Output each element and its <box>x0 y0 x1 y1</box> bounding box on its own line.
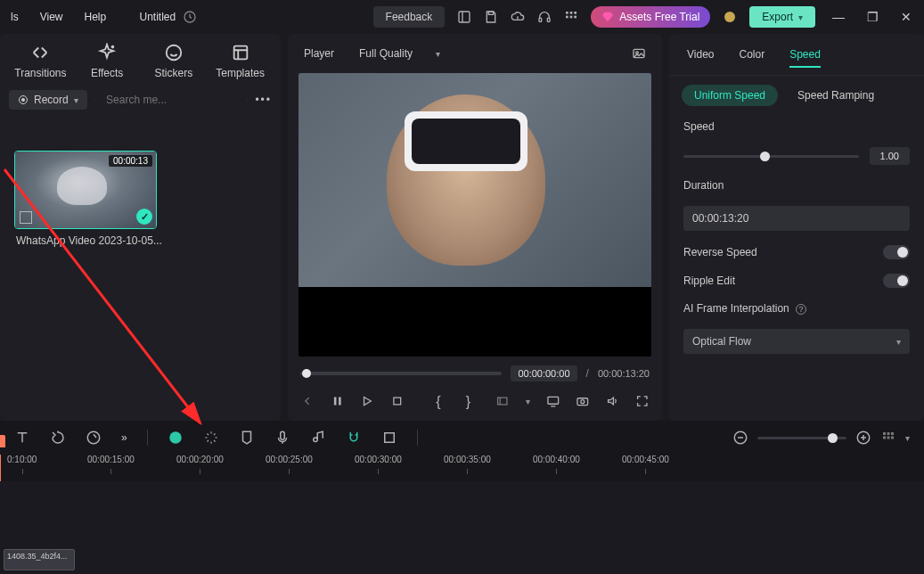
media-clip[interactable]: 00:00:13 ✓ <box>14 151 157 229</box>
ripple-toggle[interactable] <box>883 274 910 288</box>
tab-speed[interactable]: Speed <box>789 48 821 68</box>
timeline-track[interactable]: 1408.35_4b2f4... <box>0 481 924 574</box>
search-input[interactable] <box>102 94 240 106</box>
more-tools-icon[interactable]: » <box>121 431 127 444</box>
zoom-out-icon[interactable] <box>732 430 748 446</box>
export-button[interactable]: Export ▾ <box>749 6 815 28</box>
play-icon[interactable] <box>360 394 374 408</box>
history-icon[interactable] <box>183 10 197 24</box>
feedback-button[interactable]: Feedback <box>373 6 446 28</box>
frame-icon <box>20 211 32 224</box>
time-separator: / <box>586 367 589 380</box>
window-maximize[interactable]: ❐ <box>862 10 883 24</box>
ruler-tick: 00:00:20:00 <box>176 455 224 464</box>
svg-point-26 <box>169 431 182 444</box>
music-tool-icon[interactable] <box>310 430 326 446</box>
chevron-down-icon[interactable]: ▾ <box>905 433 910 443</box>
grid-view-icon[interactable] <box>880 430 896 446</box>
timeline-clip[interactable]: 1408.35_4b2f4... <box>4 549 75 570</box>
subtab-uniform-speed[interactable]: Uniform Speed <box>682 85 778 106</box>
ai-tool-icon[interactable] <box>168 430 184 446</box>
speed-tool-icon[interactable] <box>86 430 102 446</box>
ruler-tick: 00:00:40:00 <box>533 455 580 464</box>
svg-rect-20 <box>394 398 401 405</box>
tool-tabs: Transitions Effects Stickers Templates <box>0 34 281 85</box>
ratio-icon[interactable] <box>495 394 510 408</box>
tab-effects[interactable]: Effects <box>78 43 135 79</box>
quality-value: Full Quality <box>359 47 413 60</box>
svg-rect-2 <box>489 12 494 14</box>
record-button[interactable]: Record ▾ <box>9 90 87 110</box>
player-panel: Player Full Quality ▾ 00:00:00:00 / 00:0… <box>288 34 662 421</box>
slider-knob[interactable] <box>760 152 770 161</box>
svg-rect-14 <box>233 46 247 60</box>
fullscreen-icon[interactable] <box>635 394 650 408</box>
speed-value[interactable]: 1.00 <box>870 147 910 165</box>
mark-out-icon[interactable]: } <box>466 394 480 408</box>
effects-icon <box>97 43 117 62</box>
tab-color[interactable]: Color <box>739 48 765 68</box>
duration-input[interactable]: 00:00:13:20 <box>683 206 910 231</box>
filter-icon[interactable] <box>247 94 248 106</box>
tab-transitions[interactable]: Transitions <box>12 43 69 79</box>
tab-stickers[interactable]: Stickers <box>145 43 202 79</box>
left-panel: Transitions Effects Stickers Templates R… <box>0 34 281 421</box>
titlebar: ls View Help Untitled Feedback Assets Fr… <box>0 0 924 34</box>
assets-trial-button[interactable]: Assets Free Trial <box>591 6 710 28</box>
search-icon[interactable] <box>94 94 95 106</box>
ruler-tick: 00:00:30:00 <box>355 455 402 464</box>
magnet-tool-icon[interactable] <box>346 430 362 446</box>
subtab-speed-ramping[interactable]: Speed Ramping <box>794 85 878 106</box>
player-controls: { } ▾ <box>288 387 662 421</box>
window-minimize[interactable]: — <box>828 10 849 24</box>
svg-rect-6 <box>570 12 573 14</box>
svg-point-16 <box>21 98 25 102</box>
timeline: » ▾ 0:10:00 00:00:15:00 00:00:20:00 00:0… <box>0 421 924 574</box>
text-tool-icon[interactable] <box>14 430 30 446</box>
grid-icon[interactable] <box>564 10 578 24</box>
mark-in-icon[interactable]: { <box>436 394 450 408</box>
chevron-down-icon[interactable]: ▾ <box>526 397 530 406</box>
playhead[interactable] <box>0 455 1 481</box>
marker-tool-icon[interactable] <box>239 430 255 446</box>
volume-icon[interactable] <box>606 394 620 408</box>
video-viewport[interactable] <box>298 73 651 357</box>
reverse-toggle[interactable] <box>883 245 910 259</box>
window-close[interactable]: ✕ <box>895 10 917 24</box>
camera-icon[interactable] <box>576 394 590 408</box>
speed-slider[interactable] <box>683 155 859 158</box>
zoom-knob[interactable] <box>828 433 838 443</box>
mic-tool-icon[interactable] <box>274 430 290 446</box>
play-pause-icon[interactable] <box>331 394 345 408</box>
tab-video[interactable]: Video <box>687 48 714 68</box>
display-icon[interactable] <box>546 394 560 408</box>
help-icon[interactable]: ? <box>796 304 806 315</box>
ripple-label: Ripple Edit <box>683 275 735 287</box>
progress-bar[interactable] <box>300 372 502 375</box>
layout-icon[interactable] <box>457 10 471 24</box>
globe-icon[interactable] <box>723 10 737 24</box>
stop-icon[interactable] <box>390 394 405 408</box>
svg-point-25 <box>87 431 100 444</box>
crop-tool-icon[interactable] <box>381 430 397 446</box>
ai-interp-select[interactable]: Optical Flow ▾ <box>683 329 910 354</box>
quality-select[interactable]: Full Quality ▾ <box>359 47 440 60</box>
zoom-in-icon[interactable] <box>855 430 871 446</box>
prev-frame-icon[interactable] <box>300 394 315 408</box>
speed-label: Speed <box>683 120 910 133</box>
timeline-ruler[interactable]: 0:10:00 00:00:15:00 00:00:20:00 00:00:25… <box>0 455 924 481</box>
sparkle-tool-icon[interactable] <box>203 430 219 446</box>
more-icon[interactable]: ••• <box>255 94 272 106</box>
headset-icon[interactable] <box>537 10 552 24</box>
save-icon[interactable] <box>484 10 498 24</box>
svg-rect-31 <box>883 432 886 435</box>
ruler-tick: 00:00:45:00 <box>622 455 669 464</box>
zoom-slider[interactable] <box>757 437 846 439</box>
chevron-down-icon: ▾ <box>436 49 440 59</box>
cloud-icon[interactable] <box>511 10 525 24</box>
tab-templates[interactable]: Templates <box>212 43 269 79</box>
snapshot-icon[interactable] <box>632 46 646 61</box>
svg-rect-9 <box>570 16 573 19</box>
rotate-tool-icon[interactable] <box>50 430 66 446</box>
progress-knob[interactable] <box>302 369 311 378</box>
